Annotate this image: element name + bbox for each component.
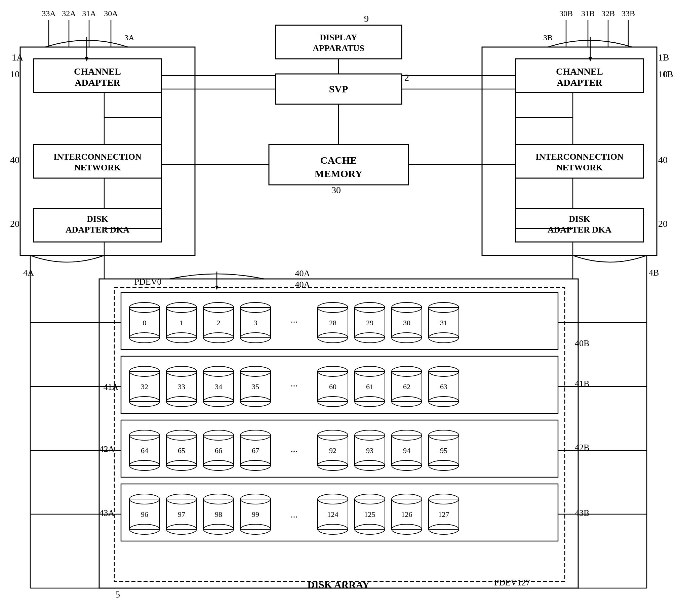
disk-adapter-right-line2: ADAPTER DKA [548,225,611,235]
label-40A-bracket: 40A [295,269,310,278]
disk-29: 29 [355,302,385,343]
disk-30: 30 [392,302,422,343]
svg-marker-192 [215,286,218,290]
channel-adapter-right-line1: CHANNEL [556,66,603,77]
interconnection-left-line1: INTERCONNECTION [53,152,142,162]
disk-32: 32 [129,366,160,407]
svg-text:2: 2 [217,319,221,327]
disk-124: 124 [318,494,348,534]
interconnection-right-line1: INTERCONNECTION [535,152,624,162]
svg-text:1: 1 [180,319,184,327]
disk-61: 61 [355,366,385,407]
svg-rect-41 [99,279,578,588]
disk-66: 66 [203,430,234,470]
label-30A: 30A [104,9,118,18]
svg-text:30: 30 [403,319,410,327]
label-30: 30 [331,185,341,195]
disk-array-label: DISK ARRAY [308,579,370,590]
cache-memory-line2: MEMORY [315,168,363,179]
svg-text:3: 3 [254,319,257,327]
svg-text:28: 28 [329,319,336,327]
disk-28: 28 [318,302,348,343]
label-3B: 3B [543,33,553,42]
display-apparatus-line2: APPARATUS [313,43,364,53]
label-20-left: 20 [10,218,19,229]
label-1B-side: 1B [662,69,673,79]
disk-ellipsis-r3: ... [291,444,298,454]
label-31A: 31A [82,9,96,18]
label-33A: 33A [42,9,56,18]
svg-text:125: 125 [364,510,375,519]
label-40B: 40B [575,338,589,348]
svg-text:60: 60 [329,382,336,391]
svg-rect-109 [121,420,558,477]
cache-memory-line1: CACHE [320,155,357,166]
label-40-right: 40 [658,155,668,165]
svg-text:31: 31 [440,319,447,327]
disk-125: 125 [355,494,385,534]
svg-text:62: 62 [403,382,410,391]
svg-text:61: 61 [366,382,373,391]
svg-text:29: 29 [366,319,373,327]
label-41B: 41B [575,379,589,388]
svp-label: SVP [329,83,348,94]
svg-rect-76 [121,356,558,413]
label-pdev127: PDEV127 [494,578,530,587]
label-42B: 42B [575,443,589,452]
label-5: 5 [115,589,120,600]
disk-34: 34 [203,366,234,407]
svg-text:93: 93 [366,446,373,455]
disk-31: 31 [429,302,459,343]
label-42A: 42A [99,444,115,454]
label-3A: 3A [124,33,134,42]
channel-adapter-right-line2: ADAPTER [557,77,602,88]
disk-95: 95 [429,430,459,470]
svg-rect-43 [121,292,558,350]
channel-adapter-left-line1: CHANNEL [74,66,121,77]
svg-text:66: 66 [215,446,222,455]
disk-adapter-left-line1: DISK [87,214,108,224]
svg-text:33: 33 [178,382,185,391]
label-33B: 33B [622,9,635,18]
label-41A: 41A [104,382,119,392]
label-9: 9 [364,13,369,24]
svg-text:34: 34 [215,382,222,391]
disk-ellipsis-r1: ... [291,314,298,325]
svg-text:64: 64 [141,446,148,455]
svg-rect-142 [121,484,558,541]
disk-92: 92 [318,430,348,470]
disk-ellipsis-r4: ... [291,509,298,520]
svg-text:97: 97 [178,510,185,519]
svg-text:92: 92 [329,446,336,455]
disk-94: 94 [392,430,422,470]
svg-text:126: 126 [401,510,412,519]
disk-3: 3 [240,302,271,343]
svg-text:124: 124 [327,510,338,519]
label-4B: 4B [649,268,659,278]
disk-93: 93 [355,430,385,470]
disk-98: 98 [203,494,234,534]
disk-65: 65 [166,430,197,470]
disk-33: 33 [166,366,197,407]
disk-97: 97 [166,494,197,534]
disk-63: 63 [429,366,459,407]
disk-127: 127 [429,494,459,534]
svg-text:32: 32 [141,382,148,391]
diagram: 1A CHANNEL ADAPTER 10 INTERCONNECTION NE… [0,0,677,616]
disk-1: 1 [166,302,197,343]
label-1B: 1B [658,52,669,63]
svg-text:99: 99 [252,510,259,519]
svg-text:35: 35 [252,382,259,391]
disk-62: 62 [392,366,422,407]
svg-text:127: 127 [438,510,449,519]
label-31B: 31B [581,9,595,18]
disk-60: 60 [318,366,348,407]
label-40-left: 40 [10,155,19,165]
disk-2: 2 [203,302,234,343]
channel-adapter-left-line2: ADAPTER [75,77,120,88]
svg-rect-42 [114,287,565,581]
disk-adapter-right-line1: DISK [569,214,590,224]
label-1A: 1A [12,52,24,63]
svg-text:96: 96 [141,510,148,519]
label-32B: 32B [601,9,615,18]
